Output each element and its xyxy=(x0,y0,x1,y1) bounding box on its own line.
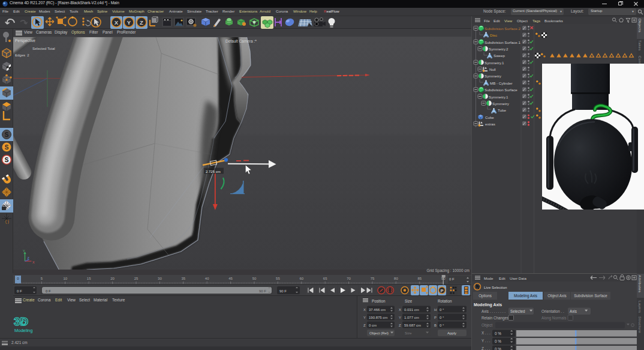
svg-text:X: X xyxy=(399,308,401,312)
svg-text:3D: 3D xyxy=(14,315,28,328)
svg-text:S: S xyxy=(5,157,9,163)
svg-text:5: 5 xyxy=(41,277,43,280)
svg-text:0 F: 0 F xyxy=(17,289,22,293)
svg-text:Symmetry.1: Symmetry.1 xyxy=(489,95,508,99)
svg-text:10: 10 xyxy=(63,277,67,280)
svg-text:Object: Object xyxy=(482,323,492,328)
svg-text:1.077 cm: 1.077 cm xyxy=(404,316,419,319)
svg-text:Edit: Edit xyxy=(493,19,500,23)
svg-text:30: 30 xyxy=(158,277,162,280)
svg-text:0 cm: 0 cm xyxy=(369,324,377,327)
svg-text:View: View xyxy=(504,19,513,23)
svg-text:80: 80 xyxy=(394,277,398,280)
svg-text:MB - Cylinder: MB - Cylinder xyxy=(490,81,512,85)
svg-text:65: 65 xyxy=(323,277,327,280)
svg-text:Size: Size xyxy=(405,299,413,303)
svg-text:Size: Size xyxy=(405,331,412,335)
svg-text:90 F: 90 F xyxy=(279,289,287,293)
svg-text:Y . . .: Y . . . xyxy=(482,339,490,343)
svg-text:B: B xyxy=(434,324,437,327)
svg-text:35: 35 xyxy=(181,277,185,280)
svg-text:H: H xyxy=(434,308,437,312)
svg-text:X: X xyxy=(115,19,119,26)
svg-text:0 °: 0 ° xyxy=(440,308,444,312)
svg-text:Object (Rel): Object (Rel) xyxy=(369,331,389,335)
svg-text:45: 45 xyxy=(228,277,233,280)
svg-text:X: X xyxy=(363,308,366,312)
svg-text:55: 55 xyxy=(276,277,280,280)
svg-text:Y: Y xyxy=(399,316,401,319)
svg-text:Sweep: Sweep xyxy=(493,53,505,58)
svg-text:Z: Z xyxy=(140,19,143,26)
svg-text:0 F: 0 F xyxy=(46,289,51,293)
svg-text:Tube: Tube xyxy=(498,108,506,112)
svg-text:0 F: 0 F xyxy=(449,277,455,281)
svg-text:Symmetry.1: Symmetry.1 xyxy=(484,61,504,65)
svg-text:Object Axis: Object Axis xyxy=(547,294,567,298)
svg-text:S: S xyxy=(5,131,9,138)
svg-text:37.466 cm: 37.466 cm xyxy=(369,308,386,312)
svg-text:0 %: 0 % xyxy=(495,339,501,343)
svg-text:Orientation . .: Orientation . . xyxy=(541,309,564,313)
svg-text:Symmetry: Symmetry xyxy=(492,101,510,106)
svg-text:Mode: Mode xyxy=(484,276,493,280)
svg-text:Tags: Tags xyxy=(532,19,540,23)
svg-text:50: 50 xyxy=(252,277,257,280)
svg-text:extras: extras xyxy=(485,122,495,126)
svg-text:15: 15 xyxy=(87,277,91,280)
svg-text:Modeling Axis: Modeling Axis xyxy=(514,294,537,298)
svg-text:70: 70 xyxy=(347,277,351,280)
svg-text:75: 75 xyxy=(371,277,375,280)
svg-text:User Data: User Data xyxy=(510,276,526,280)
svg-text:Z . . .: Z . . . xyxy=(482,346,490,350)
svg-text:Bookmarks: Bookmarks xyxy=(544,19,563,23)
svg-text:85: 85 xyxy=(417,277,422,280)
svg-text:20: 20 xyxy=(110,277,115,280)
svg-text:X: X xyxy=(32,261,35,264)
svg-text:190.875 cm: 190.875 cm xyxy=(369,316,387,319)
svg-text:Subdivision Surface: Subdivision Surface xyxy=(484,88,517,92)
svg-text:Symmetry.2: Symmetry.2 xyxy=(489,47,508,51)
svg-text:Apply: Apply xyxy=(447,331,456,335)
svg-text:Axis . . . . . . . .: Axis . . . . . . . . xyxy=(482,309,505,313)
svg-text:Axis: Axis xyxy=(570,309,577,313)
svg-text:Y: Y xyxy=(127,19,131,26)
svg-text:Options: Options xyxy=(479,294,492,298)
svg-text:Z: Z xyxy=(363,324,366,327)
svg-text:40: 40 xyxy=(205,277,209,280)
svg-text:Position: Position xyxy=(372,299,386,303)
svg-text:Y: Y xyxy=(363,316,366,319)
svg-text:0 °: 0 ° xyxy=(440,316,444,319)
svg-text:X . . .: X . . . xyxy=(482,331,490,335)
svg-text:P: P xyxy=(440,288,443,294)
svg-text:Live Selection: Live Selection xyxy=(484,285,507,289)
svg-text:Null: Null xyxy=(489,67,496,71)
svg-text:0.031 cm: 0.031 cm xyxy=(404,308,419,312)
svg-text:Modeling Axis: Modeling Axis xyxy=(474,303,502,307)
svg-text:Modeling: Modeling xyxy=(14,328,32,333)
svg-text:Subdivision Surface.2: Subdivision Surface.2 xyxy=(484,26,520,31)
svg-text:0 %: 0 % xyxy=(495,331,501,336)
svg-text:Selected: Selected xyxy=(510,309,525,313)
svg-text:Rotation: Rotation xyxy=(438,299,452,303)
svg-text:Object: Object xyxy=(517,19,528,23)
svg-text:Retain Changes: Retain Changes xyxy=(482,316,508,321)
svg-text:Cube: Cube xyxy=(485,115,494,119)
svg-text:Along Normals: Along Normals xyxy=(541,316,566,321)
svg-text:Z: Z xyxy=(399,324,401,327)
svg-text:( ): ( ) xyxy=(5,219,9,224)
svg-text:Edit: Edit xyxy=(499,276,505,280)
svg-text:Symmetry: Symmetry xyxy=(484,74,502,78)
svg-text:0 °: 0 ° xyxy=(440,324,444,327)
svg-text:60: 60 xyxy=(299,277,303,280)
svg-text:Subdivision Surface.1: Subdivision Surface.1 xyxy=(484,40,520,44)
svg-text:Disc: Disc xyxy=(490,33,497,37)
svg-text:Y: Y xyxy=(23,249,25,253)
svg-text:59.687 cm: 59.687 cm xyxy=(404,324,421,327)
svg-text:25: 25 xyxy=(134,277,139,280)
svg-text:P: P xyxy=(434,316,437,319)
svg-text:Subdivision Surface: Subdivision Surface xyxy=(574,294,607,298)
svg-text:0 %: 0 % xyxy=(495,347,501,350)
svg-text:S: S xyxy=(5,144,9,151)
svg-text:90 F: 90 F xyxy=(259,289,266,293)
